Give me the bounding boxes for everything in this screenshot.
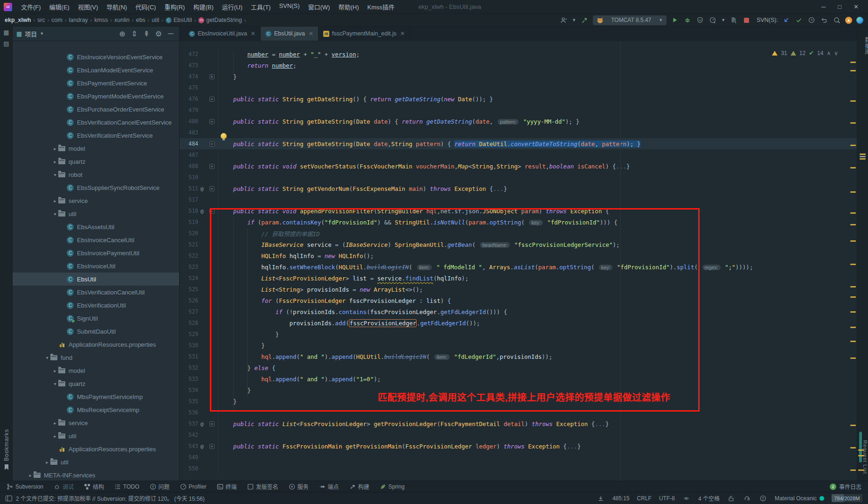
folder-toolwindow-icon[interactable]: ▤: [0, 38, 13, 49]
fold-expand-icon[interactable]: +: [209, 97, 215, 102]
tree-row-util[interactable]: ▸util: [13, 429, 179, 442]
menu-item-12[interactable]: 帮助(H): [334, 1, 363, 13]
request-list-toolwindow-button[interactable]: Request List: [862, 440, 868, 474]
code-line-517[interactable]: 517: [180, 194, 857, 205]
status-message[interactable]: 2 个文件已提交: 预提添加税率 // Subversion: 提交的修订 12…: [16, 494, 205, 502]
tree-row-EbsVerificationUtil[interactable]: CEbsVerificationUtil: [13, 299, 179, 312]
fold-expand-icon[interactable]: +: [209, 119, 215, 124]
tree-row-EbsPaymentModelEventService[interactable]: CEbsPaymentModelEventService: [13, 90, 179, 103]
tree-row-model[interactable]: ▸model: [13, 142, 179, 155]
close-icon[interactable]: ✕: [400, 30, 405, 37]
profiler-button[interactable]: [708, 16, 717, 24]
tree-row-fund[interactable]: ▾fund: [13, 351, 179, 364]
toolwindow-button-服务[interactable]: 服务: [289, 483, 309, 490]
code-line-480[interactable]: 480+ public static String getDateString(…: [180, 116, 857, 127]
toolwindow-button-调试[interactable]: 调试: [54, 483, 74, 490]
tree-row-EbsAssetsUtil[interactable]: CEbsAssetsUtil: [13, 220, 179, 233]
toolwindow-button-问题[interactable]: 问题: [150, 483, 170, 490]
code-line-483[interactable]: 483: [180, 127, 857, 138]
scrollbar-thumb[interactable]: [859, 432, 862, 462]
history-button[interactable]: [807, 16, 816, 24]
chevron-down-icon[interactable]: ▼: [40, 31, 44, 36]
eye-icon[interactable]: [682, 494, 691, 503]
tree-row-ApplicationResources.properties[interactable]: ApplicationResources.properties: [13, 338, 179, 351]
build-hammer-icon[interactable]: [580, 16, 589, 24]
toolwindow-button-Spring[interactable]: Spring: [380, 483, 405, 490]
svn-commit-button[interactable]: [795, 16, 803, 24]
fold-collapse-icon[interactable]: ∧: [209, 74, 215, 79]
toolwindow-button-构建[interactable]: 构建: [349, 483, 369, 490]
memory-indicator[interactable]: 784/2028M: [832, 494, 862, 502]
run-config-select[interactable]: TOMCAT 8.5.47▼: [593, 15, 667, 25]
fold-expand-icon[interactable]: +: [209, 164, 215, 169]
status-caret-position[interactable]: 485:15: [612, 495, 630, 502]
tree-row-quartz[interactable]: ▸quartz: [13, 155, 179, 168]
rollback-button[interactable]: [820, 16, 828, 24]
code-line-543[interactable]: 543@+ public static FsscProvisionMain ge…: [180, 441, 857, 452]
breadcrumb-item-xunlin[interactable]: xunlin: [114, 17, 130, 23]
collapse-all-icon[interactable]: ⇞: [142, 29, 151, 38]
status-theme[interactable]: Material Oceanic: [775, 495, 824, 502]
tree-row-EbsPaymentEventService[interactable]: CEbsPaymentEventService: [13, 77, 179, 90]
unlock-icon[interactable]: [727, 494, 736, 503]
tree-row-service[interactable]: ▸service: [13, 194, 179, 207]
menu-item-11[interactable]: 窗口(W): [304, 1, 334, 13]
tree-row-SignUtil[interactable]: CSignUtil: [13, 312, 179, 325]
fold-expand-icon[interactable]: +: [209, 444, 215, 449]
chevron-right-icon[interactable]: ▸: [52, 198, 58, 203]
tree-row-model[interactable]: ▸model: [13, 364, 179, 377]
menu-item-13[interactable]: Kmss插件: [363, 1, 399, 13]
minimize-button[interactable]: ─: [821, 3, 826, 10]
tab-EbsUtil.java[interactable]: CEbsUtil.java✕: [261, 27, 319, 41]
updates-available-icon[interactable]: ▲: [845, 17, 852, 24]
chevron-right-icon[interactable]: ▸: [27, 473, 34, 478]
code-line-542[interactable]: 542: [180, 429, 857, 441]
menu-item-7[interactable]: 构建(B): [189, 1, 217, 13]
tree-row-util[interactable]: ▾util: [13, 207, 179, 220]
next-warning-icon[interactable]: ∨: [834, 50, 838, 56]
code-line-511[interactable]: 511@+ public static String getVendorNum(…: [180, 183, 857, 194]
code-line-473[interactable]: 473 return number;: [180, 60, 857, 71]
project-panel-title[interactable]: 项目: [25, 29, 37, 38]
code-line-472[interactable]: 472 number = number + "_" + version;: [180, 49, 857, 60]
code-line-476[interactable]: 476+ public static String getDateString(…: [180, 93, 857, 105]
user-dropdown-icon[interactable]: [559, 16, 568, 24]
tree-row-robot[interactable]: ▾robot: [13, 168, 179, 181]
tree-row-EbsPurchaseOrderEventService[interactable]: CEbsPurchaseOrderEventService: [13, 103, 179, 116]
breadcrumb-item-src[interactable]: src: [37, 17, 45, 23]
locate-icon[interactable]: ⊕: [118, 29, 127, 38]
code-line-510[interactable]: 510: [180, 172, 857, 183]
fold-expand-icon[interactable]: +: [209, 421, 215, 427]
menu-item-2[interactable]: 编辑(E): [45, 1, 74, 13]
code-line-475[interactable]: 475: [180, 82, 857, 93]
breadcrumb-item-landray[interactable]: landray: [69, 17, 88, 23]
code-line-474[interactable]: 474∧ }: [180, 71, 857, 82]
code-line-484[interactable]: 484+ public static String getDateString(…: [180, 138, 857, 149]
breadcrumb-item-getDateString[interactable]: getDateString: [206, 17, 242, 23]
breadcrumb-item-EbsUtil[interactable]: EbsUtil: [174, 17, 192, 23]
tree-row-EbsInvoicePaymentUtil[interactable]: CEbsInvoicePaymentUtil: [13, 246, 179, 259]
tree-row-EbsInvoiceVersionEventService[interactable]: CEbsInvoiceVersionEventService: [13, 50, 179, 63]
menu-item-1[interactable]: 文件(F): [17, 1, 45, 13]
code-editor[interactable]: 472 number = number + "_" + version;473 …: [180, 41, 857, 481]
run-button[interactable]: [671, 16, 679, 24]
chevron-down-icon[interactable]: ▾: [44, 355, 50, 360]
chevron-right-icon[interactable]: ▸: [52, 420, 58, 426]
close-icon[interactable]: ✕: [251, 30, 256, 37]
debug-button[interactable]: [683, 16, 692, 24]
tree-row-EbsUtil[interactable]: CEbsUtil: [13, 273, 179, 286]
menu-item-9[interactable]: 工具(T): [247, 1, 275, 13]
code-line-479[interactable]: 479: [180, 105, 857, 116]
toolwindow-button-Profiler[interactable]: Profiler: [180, 483, 207, 490]
project-toolwindow-icon[interactable]: ▦: [0, 27, 13, 38]
chevron-right-icon[interactable]: ▸: [52, 159, 58, 164]
fold-expand-icon[interactable]: +: [209, 186, 215, 191]
tree-row-util[interactable]: ▸util: [13, 455, 179, 469]
tree-row-EbsInvoiceCancelUtil[interactable]: CEbsInvoiceCancelUtil: [13, 233, 179, 246]
toolwindow-button-终端[interactable]: 终端: [217, 483, 237, 490]
settings-gear-icon[interactable]: ⚙: [154, 29, 163, 38]
code-line-550[interactable]: 550: [180, 463, 857, 474]
toolwindow-button-Subversion[interactable]: Subversion: [7, 483, 43, 490]
menu-item-4[interactable]: 导航(N): [102, 1, 131, 13]
tree-row-EbsLoanModelEventService[interactable]: CEbsLoanModelEventService: [13, 63, 179, 77]
